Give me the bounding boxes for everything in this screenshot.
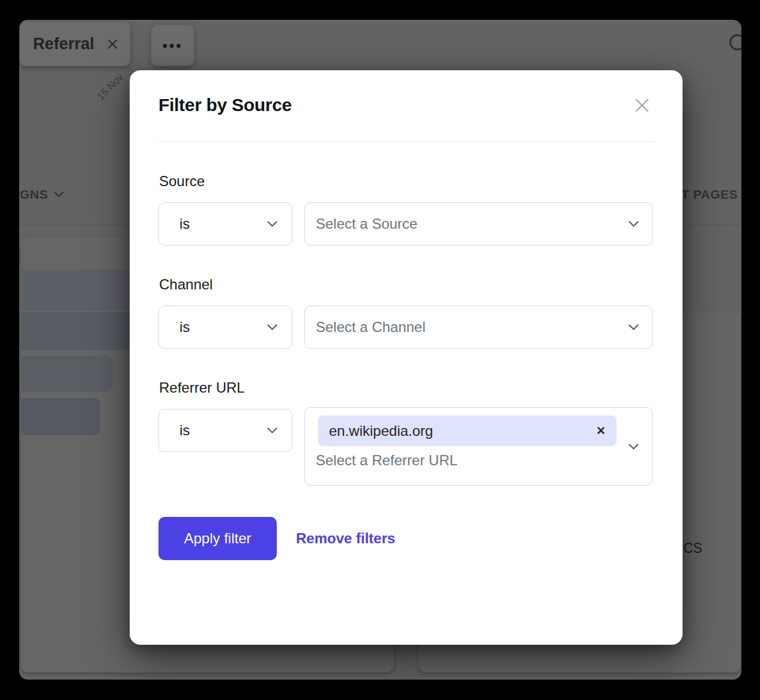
truncated-heading-text: CS <box>683 540 702 557</box>
filter-pill-label: Referral <box>33 35 94 53</box>
chevron-down-icon <box>267 427 277 434</box>
referrer-url-field-label: Referrer URL <box>159 379 245 396</box>
channel-operator-value: is <box>179 319 190 336</box>
source-bar <box>19 355 113 392</box>
selected-referrer-chip: en.wikipedia.org ✕ <box>318 415 617 446</box>
remove-filters-link[interactable]: Remove filters <box>296 517 395 560</box>
source-operator-select[interactable]: is <box>158 202 292 246</box>
more-icon: ••• <box>162 25 182 66</box>
referrer-url-combobox[interactable]: en.wikipedia.org ✕ Select a Referrer URL <box>304 407 653 486</box>
modal-title: Filter by Source <box>158 95 292 115</box>
remove-filter-icon[interactable] <box>107 38 118 50</box>
chevron-down-icon <box>267 324 277 331</box>
remove-chip-icon[interactable]: ✕ <box>596 424 606 438</box>
active-filter-pill-referral[interactable]: Referral <box>20 22 130 66</box>
source-operator-value: is <box>179 216 190 232</box>
channel-field-label: Channel <box>159 276 213 293</box>
exit-pages-heading: T PAGES <box>681 187 738 202</box>
chevron-down-icon <box>267 221 277 228</box>
screenshot-frame: Referral ••• 15 Nov GNS T PAGES <box>0 0 760 700</box>
chevron-down-icon <box>629 444 639 450</box>
source-value-select[interactable]: Select a Source <box>304 202 653 246</box>
campaigns-heading[interactable]: GNS <box>20 187 64 202</box>
channel-value-select[interactable]: Select a Channel <box>304 306 653 349</box>
chevron-down-icon <box>629 324 639 331</box>
channel-value-placeholder: Select a Channel <box>316 319 426 336</box>
referrer-url-operator-value: is <box>179 422 190 439</box>
close-icon[interactable] <box>631 94 653 116</box>
referrer-url-placeholder: Select a Referrer URL <box>316 452 457 469</box>
search-icon[interactable] <box>729 34 741 50</box>
selected-referrer-value: en.wikipedia.org <box>329 423 433 439</box>
more-options-button[interactable]: ••• <box>151 25 194 66</box>
chevron-down-icon <box>54 192 64 198</box>
source-field-label: Source <box>159 173 205 190</box>
source-bar <box>19 398 100 435</box>
source-bar <box>19 270 139 310</box>
channel-operator-select[interactable]: is <box>158 306 292 349</box>
chevron-down-icon <box>629 221 639 228</box>
campaigns-heading-label: GNS <box>20 187 48 202</box>
modal-header-divider <box>158 141 654 142</box>
source-value-placeholder: Select a Source <box>316 216 417 232</box>
referrer-url-operator-select[interactable]: is <box>158 409 292 452</box>
exit-pages-heading-label: T PAGES <box>681 187 738 202</box>
filter-by-source-modal: Filter by Source Source is Select a Sour… <box>130 70 683 645</box>
source-bar <box>19 312 139 350</box>
apply-filter-button[interactable]: Apply filter <box>158 517 277 560</box>
